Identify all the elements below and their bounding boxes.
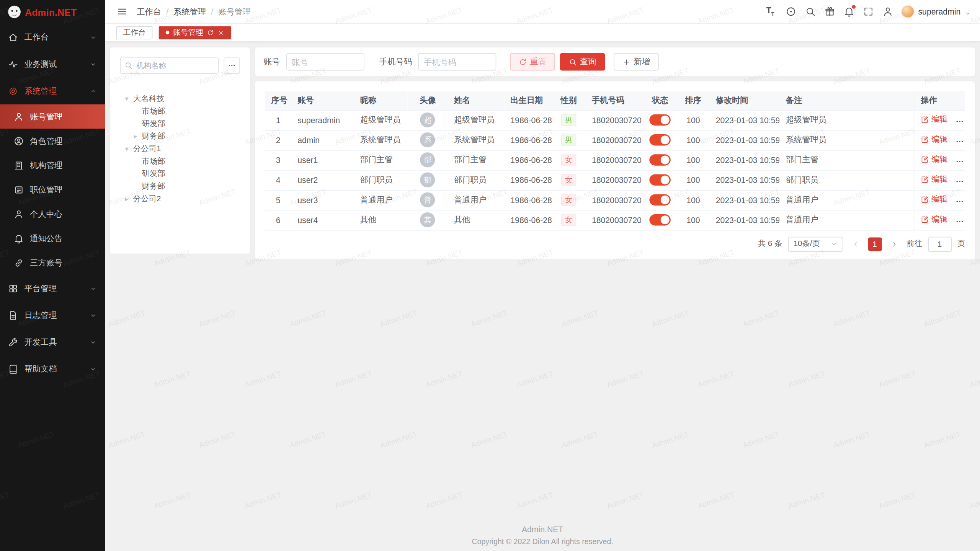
cell-remark: 普通用户 [780,190,915,210]
row-more-button[interactable] [955,117,964,126]
font-size-button[interactable]: TT [763,3,780,20]
reset-button[interactable]: 重置 [510,53,555,71]
sidebar-item-third-party-account[interactable]: 三方账号 [0,251,105,275]
tree-caret-icon[interactable]: ▾ [125,145,133,152]
cell-avatar: 其 [408,210,448,230]
search-button[interactable] [802,3,819,20]
sidebar-item-platform-management[interactable]: 平台管理 [0,275,105,302]
edit-button[interactable]: 编辑 [921,114,947,125]
tree-caret-icon[interactable]: ▸ [125,195,133,202]
profile-button[interactable] [879,3,896,20]
cell-no: 3 [265,150,291,170]
tree-node[interactable]: ▸分公司2 [120,192,240,205]
chevron-down-icon [89,33,97,41]
edit-button[interactable]: 编辑 [921,174,947,185]
edit-button[interactable]: 编辑 [921,194,947,205]
status-toggle[interactable] [649,114,671,126]
tree-caret-icon[interactable]: ▾ [125,95,133,102]
cell-birthdate: 1986-06-28 [504,190,552,210]
active-tab-dot [166,31,170,34]
breadcrumb-item: 账号管理 [218,6,251,17]
tree-caret-icon[interactable]: ▸ [134,133,142,140]
page-size-select[interactable]: 10条/页 [788,236,843,251]
sidebar-item-label: 个人中心 [30,208,62,219]
sidebar-item-dev-tools[interactable]: 开发工具 [0,329,105,355]
row-avatar: 其 [420,212,435,227]
breadcrumb-item[interactable]: 系统管理 [173,6,206,17]
tab-close-button[interactable] [217,29,224,36]
current-page[interactable]: 1 [868,237,882,251]
org-search-input[interactable] [120,57,219,73]
tree-node[interactable]: 研发部 [120,168,240,180]
person-icon [14,209,24,219]
add-button[interactable]: 新增 [614,53,659,71]
sidebar-item-org-management[interactable]: 机构管理 [0,153,105,178]
column-header: 出生日期 [504,91,552,110]
cell-modified-time: 2023-01-03 10:59:44 [709,130,779,150]
fullscreen-button[interactable] [860,3,877,20]
prev-page-button[interactable] [848,237,862,251]
status-toggle[interactable] [649,134,671,145]
status-toggle[interactable] [649,154,671,165]
edit-button[interactable]: 编辑 [921,134,947,145]
row-more-button[interactable] [955,217,964,226]
sidebar-item-business-test[interactable]: 业务测试 [0,51,105,77]
row-more-button[interactable] [955,177,964,186]
sidebar-item-log-management[interactable]: 日志管理 [0,302,105,329]
tree-node[interactable]: ▸财务部 [120,130,240,143]
tree-node[interactable]: 财务部 [120,180,240,192]
next-page-button[interactable] [887,237,901,251]
row-more-button[interactable] [955,197,964,206]
app-logo[interactable]: Admin.NET [0,0,105,24]
search-button[interactable]: 查询 [560,53,605,71]
sidebar-item-workbench[interactable]: 工作台 [0,24,105,51]
user-menu[interactable]: superadmin [901,5,971,18]
sidebar-item-role-management[interactable]: 角色管理 [0,129,105,153]
header-actions: TT [763,3,897,20]
cell-gender: 女 [552,190,585,210]
cell-avatar: 普 [408,190,448,210]
goto-page-input[interactable] [928,236,952,251]
tab-refresh-button[interactable] [207,29,214,36]
row-more-button[interactable] [955,156,964,166]
account-input[interactable] [286,53,364,71]
query-toolbar: 账号 手机号码 重置 查询 新增 [255,47,975,76]
sidebar-item-position-management[interactable]: 职位管理 [0,178,105,202]
sidebar-item-account-management[interactable]: 账号管理 [0,104,105,129]
tree-node[interactable]: 市场部 [120,105,240,117]
tab-account-management[interactable]: 账号管理 [159,26,231,39]
dashboard-button[interactable] [782,3,799,20]
edit-button[interactable]: 编辑 [921,214,947,225]
tree-node-label: 研发部 [142,118,165,129]
sidebar-item-personal-center[interactable]: 个人中心 [0,202,105,226]
cell-account: user1 [291,150,354,170]
phone-input[interactable] [418,53,496,71]
chevron-down-icon [89,338,97,346]
cell-modified-time: 2023-01-03 10:59:44 [709,210,779,230]
plus-icon [622,58,630,66]
org-more-button[interactable] [224,57,240,73]
tree-node[interactable]: ▾大名科技 [120,93,240,105]
sidebar-item-help-docs[interactable]: 帮助文档 [0,355,105,382]
theme-button[interactable] [821,3,838,20]
tree-node[interactable]: 研发部 [120,117,240,130]
status-toggle[interactable] [649,194,671,205]
account-label: 账号 [264,56,280,67]
sidebar-item-notice-announcement[interactable]: 通知公告 [0,226,105,251]
breadcrumb-item[interactable]: 工作台 [137,6,162,17]
status-toggle[interactable] [649,174,671,186]
sidebar-item-system-management[interactable]: 系统管理 [0,77,105,104]
edit-icon [921,196,929,204]
tab-workbench[interactable]: 工作台 [116,26,153,39]
collapse-menu-button[interactable] [114,3,131,20]
notifications-button[interactable] [841,3,858,20]
edit-button[interactable]: 编辑 [921,154,947,165]
tree-node[interactable]: ▾分公司1 [120,142,240,155]
row-avatar: 超 [420,112,435,127]
chevron-right-icon [890,240,898,248]
tree-node[interactable]: 市场部 [120,155,240,168]
main-area: 工作台/系统管理/账号管理 TT superadmin 工作台账号管理 ▾大名科… [105,0,980,551]
status-toggle[interactable] [649,214,671,225]
sidebar-item-label: 平台管理 [24,283,57,294]
row-more-button[interactable] [955,137,964,146]
